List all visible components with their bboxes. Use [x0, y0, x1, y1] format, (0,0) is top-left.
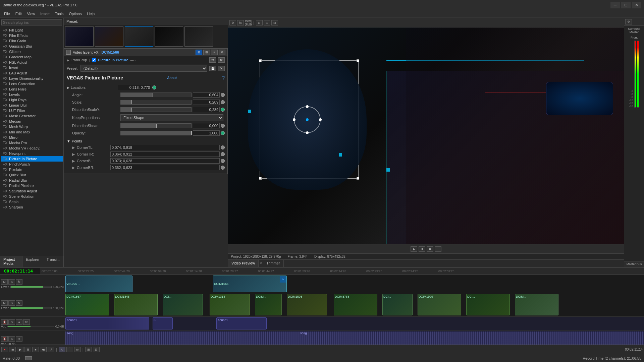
corner-tr-value[interactable]: [110, 152, 220, 157]
clip-dcim1999[interactable]: DCIM1999: [418, 294, 461, 315]
plugin-quick-blur[interactable]: FX Quick Blur: [1, 172, 63, 178]
preview-quality-btn[interactable]: Best (Full): [245, 20, 252, 25]
track-2-mute[interactable]: M: [1, 300, 8, 306]
pause-button[interactable]: ⏸: [419, 246, 425, 252]
handle-bl[interactable]: [259, 177, 262, 180]
distortion-shear-keyframe[interactable]: [221, 124, 225, 128]
clip-vegas[interactable]: VEGAS ...: [65, 276, 132, 292]
pip-help-icon[interactable]: ?: [222, 75, 225, 80]
preview-crop-btn[interactable]: ⊡: [271, 20, 278, 25]
plugin-film-grain[interactable]: FX Film Grain: [1, 38, 63, 44]
tab-explorer[interactable]: Explorer: [22, 256, 43, 267]
vefx-chain-btn[interactable]: ⊞: [196, 50, 202, 55]
clip-dcim1314[interactable]: DCIM1314: [210, 294, 250, 315]
plugin-min-max[interactable]: FX Min and Max: [1, 129, 63, 135]
track-1-fx[interactable]: fx: [16, 279, 22, 285]
plugin-median[interactable]: FX Median: [1, 119, 63, 124]
handle-br[interactable]: [357, 177, 359, 180]
preview-zoom-btn[interactable]: ⊟: [264, 20, 270, 25]
plugin-linear-blur[interactable]: FX Linear Blur: [1, 103, 63, 108]
plugin-mocha-pro[interactable]: FX Mocha Pro: [1, 140, 63, 145]
plugin-lens-correction[interactable]: FX Lens Correction: [1, 81, 63, 86]
plugin-gradient-map[interactable]: FX Gradient Map: [1, 54, 63, 60]
plugin-picture-in-picture[interactable]: FX Picture In Picture: [1, 156, 63, 162]
preview-grid-btn[interactable]: ⊞: [256, 20, 263, 25]
corner-tl-value[interactable]: [110, 145, 220, 150]
preview-fx-btn[interactable]: fx: [237, 20, 244, 25]
menu-edit[interactable]: Edit: [13, 11, 24, 16]
clip-dcim1566[interactable]: DCIM1566 fx: [213, 276, 287, 292]
distortion-scale-y-slider[interactable]: [120, 107, 192, 112]
plugin-fill-light[interactable]: FX Fill Light: [1, 27, 63, 33]
plugin-lut-filter[interactable]: FX LUT Filter: [1, 108, 63, 113]
vol-slider[interactable]: [7, 326, 54, 327]
plugin-mocha-vr[interactable]: FX Mocha VR (legacy): [1, 145, 63, 151]
tab-video-preview[interactable]: Video Preview: [228, 260, 259, 267]
menu-help[interactable]: Help: [84, 11, 97, 16]
preset-thumb-2[interactable]: [95, 26, 123, 47]
more-button[interactable]: ⋯: [435, 246, 441, 252]
envelope-tool[interactable]: ⌒: [66, 347, 73, 352]
corner-tr-expand[interactable]: ▶: [72, 152, 77, 157]
keep-proportions-dropdown[interactable]: Fixed Shape Free: [120, 114, 223, 121]
vefx-menu-btn[interactable]: ≡: [211, 50, 218, 55]
plugin-radial-pixelate[interactable]: FX Radial Pixelate: [1, 183, 63, 188]
menu-view[interactable]: View: [24, 11, 38, 16]
transport-record[interactable]: ●: [1, 347, 8, 352]
transport-loop[interactable]: ↺: [48, 347, 54, 352]
handle-tl[interactable]: [259, 59, 262, 62]
corner-tl-keyframe[interactable]: [221, 145, 225, 149]
handle-tr[interactable]: [357, 59, 359, 62]
pip-checkbox[interactable]: [92, 58, 96, 62]
transport-rewind-start[interactable]: ⏮: [9, 347, 16, 352]
plugin-invert[interactable]: FX Invert: [1, 65, 63, 70]
clip-dcim1503[interactable]: DCIM1503: [287, 294, 327, 315]
clip-dci-8[interactable]: DCI...: [382, 294, 413, 315]
tab-project-media[interactable]: Project Media: [0, 256, 22, 267]
plugin-saturation[interactable]: FX Saturation Adjust: [1, 188, 63, 194]
vefx-icon[interactable]: [66, 50, 71, 55]
plugin-pixelate[interactable]: FX Pixelate: [1, 167, 63, 172]
preset-thumb-4[interactable]: [155, 26, 183, 47]
corner-bl-value[interactable]: [110, 158, 220, 164]
audio-clip-sound1-2[interactable]: sound1: [216, 317, 267, 329]
plugin-mask-gen[interactable]: FX Mask Generator: [1, 113, 63, 119]
plugin-light-rays[interactable]: FX Light Rays: [1, 97, 63, 103]
plugin-mesh-warp[interactable]: FX Mesh Warp: [1, 124, 63, 129]
audio-settings-btn[interactable]: ⚙: [625, 19, 632, 24]
corner-tr-keyframe[interactable]: [221, 152, 225, 156]
plugin-pinch-punch[interactable]: FX Pinch/Punch: [1, 162, 63, 167]
clip-extra-2[interactable]: DCIM...: [515, 294, 558, 315]
corner-br-keyframe[interactable]: [221, 166, 225, 170]
corner-bl-keyframe[interactable]: [221, 159, 225, 163]
stop-button[interactable]: ■: [427, 246, 433, 252]
tab-transitions[interactable]: Transi...: [43, 256, 63, 267]
maximize-button[interactable]: □: [621, 2, 631, 8]
vefx-close-btn[interactable]: ✕: [219, 50, 225, 55]
preset-thumb-3[interactable]: [125, 26, 153, 47]
audio-record[interactable]: ●: [16, 319, 22, 325]
track-1-level-slider[interactable]: [10, 286, 52, 288]
main-audio-solo[interactable]: S: [8, 336, 15, 342]
plugin-mirror[interactable]: FX Mirror: [1, 135, 63, 140]
audio-mute[interactable]: 🔇: [1, 319, 8, 325]
plugin-sepia[interactable]: FX Sepia: [1, 199, 63, 204]
opacity-slider[interactable]: [120, 131, 192, 135]
audio-fx-btn[interactable]: fx: [23, 319, 30, 325]
audio-solo[interactable]: S: [8, 319, 15, 325]
menu-tools[interactable]: Tools: [52, 11, 66, 16]
track-2-level-slider[interactable]: [10, 307, 52, 309]
transport-forward-end[interactable]: ⏭: [40, 347, 47, 352]
handle-square-3[interactable]: [386, 168, 390, 172]
distortion-shear-slider[interactable]: [120, 123, 192, 128]
transport-play[interactable]: ▶: [17, 347, 23, 352]
plugin-scene-rotation[interactable]: FX Scene Rotation: [1, 194, 63, 199]
audio-clip-sound1[interactable]: sound1: [65, 317, 149, 329]
pip-preset-delete[interactable]: ✕: [218, 66, 225, 71]
track-2-fx[interactable]: fx: [16, 300, 22, 306]
tab-trimmer[interactable]: Trimmer: [263, 260, 284, 267]
corner-br-expand[interactable]: ▶: [72, 166, 77, 170]
plugin-layer-dim[interactable]: FX Layer Dimensionality: [1, 76, 63, 81]
pip-about-link[interactable]: About: [167, 76, 177, 80]
corner-tl-expand[interactable]: ▶: [72, 145, 77, 150]
